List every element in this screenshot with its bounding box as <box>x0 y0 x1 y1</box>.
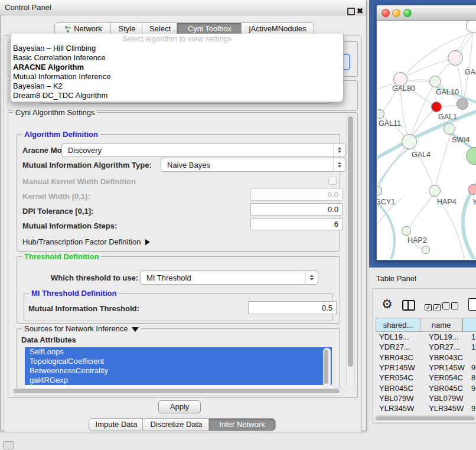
algorithm-option[interactable]: Basic Correlation Inference <box>11 53 343 63</box>
hub-definition-label: Hub/Transcription Factor Definition <box>22 237 141 246</box>
sources-title-label: Sources for Network Inference <box>24 324 128 333</box>
which-threshold-combo[interactable]: MI Threshold <box>140 270 318 285</box>
algorithm-option[interactable]: Dream8 DC_TDC Algorithm <box>11 91 343 100</box>
algorithm-option[interactable]: Bayesian – Hill Climbing <box>11 44 343 53</box>
node-label: GAL80 <box>392 84 415 93</box>
algorithm-dropdown: Select algorithm to view settings Bayesi… <box>10 34 344 102</box>
export-table-icon[interactable] <box>468 298 476 311</box>
attributes-scrollbar[interactable] <box>323 348 331 389</box>
network-node[interactable] <box>457 98 468 110</box>
manual-kernel-checkbox[interactable] <box>328 177 337 185</box>
table-horizontal-scrollbar[interactable] <box>374 415 476 423</box>
table-cell: YER054C <box>424 373 468 382</box>
algorithm-dropdown-prompt: Select algorithm to view settings <box>11 34 343 44</box>
node-label: Y <box>472 198 476 206</box>
algorithm-popup-list: Bayesian – Hill ClimbingBasic Correlatio… <box>11 44 343 100</box>
dpi-tolerance-label: DPI Tolerance [0,1]: <box>22 207 93 216</box>
close-icon[interactable]: ✖ <box>357 4 363 18</box>
network-node[interactable] <box>402 134 417 149</box>
network-window-titlebar[interactable] <box>377 5 476 21</box>
table-row[interactable]: YLR345WYLR345W9. <box>376 403 476 413</box>
attribute-item[interactable]: gal4RGexp <box>25 376 332 385</box>
node-label: HAP2 <box>407 236 427 244</box>
table-row[interactable]: YDL19...YDL19...13 <box>376 332 476 342</box>
attribute-item[interactable]: TopologicalCoefficient <box>25 357 332 366</box>
gear-icon[interactable]: ⚙ <box>382 298 393 311</box>
tab-select-label: Select <box>149 24 171 33</box>
mi-threshold-label: Mutual Information Threshold: <box>28 304 139 313</box>
node-label: HAP4 <box>437 198 457 206</box>
network-node[interactable] <box>429 185 441 197</box>
table-cell: YDL19... <box>424 332 468 341</box>
tab-discretize-data[interactable]: Discretize Data <box>142 418 210 431</box>
network-node[interactable] <box>468 184 476 195</box>
panel-collapse-button[interactable] <box>3 441 14 449</box>
network-node[interactable] <box>448 50 463 66</box>
mi-steps-label: Mutual Information Steps: <box>22 221 117 230</box>
scrollbar-thumb[interactable] <box>376 416 475 420</box>
tab-infer-network[interactable]: Infer Network <box>208 418 276 431</box>
network-node[interactable] <box>422 246 430 254</box>
table-row[interactable]: YER054CYER054C8. <box>376 373 476 383</box>
mi-threshold-field[interactable]: 0.5 <box>248 301 337 314</box>
network-canvas[interactable]: GALGAL80GAL10GAL1GAL11SWI4GAL4GCY1HAP4YH… <box>377 21 476 259</box>
network-view-window[interactable]: GALGAL80GAL10GAL1GAL11SWI4GAL4GCY1HAP4YH… <box>376 5 476 260</box>
dpi-tolerance-field[interactable]: 0.0 <box>250 203 343 216</box>
table-row[interactable]: YBR043CYBR043C <box>376 353 476 363</box>
table-cell: 9. <box>468 384 476 393</box>
dpi-tolerance-value: 0.0 <box>328 205 338 214</box>
node-table: shared...name YDL19...YDL19...13YDR27...… <box>376 318 476 423</box>
attribute-item[interactable]: SelfLoops <box>25 347 332 357</box>
float-window-icon[interactable] <box>347 8 355 15</box>
hub-definition-toggle[interactable]: Hub/Transcription Factor Definition <box>22 237 150 246</box>
table-cell: YBR043C <box>424 353 468 362</box>
table-panel-title: Table Panel <box>376 274 416 283</box>
tab-style-label: Style <box>119 24 136 33</box>
scrollbar-thumb[interactable] <box>14 389 340 393</box>
network-node[interactable] <box>402 226 411 236</box>
algorithm-option[interactable]: ARACNE Algorithm <box>11 63 343 72</box>
table-cell: YBR045C <box>376 384 424 393</box>
kernel-width-field[interactable]: 0.0 <box>250 188 343 201</box>
table-cell: YBR045C <box>424 384 468 393</box>
aracne-mode-combo[interactable]: Discovery <box>61 143 346 157</box>
mi-type-combo[interactable]: Naive Bayes <box>161 158 346 172</box>
table-row[interactable]: YPR145WYPR145W9. <box>376 363 476 373</box>
scrollbar-thumb[interactable] <box>348 116 353 367</box>
unselect-all-columns-icon[interactable] <box>442 302 460 311</box>
network-node[interactable] <box>444 123 455 135</box>
select-all-columns-icon[interactable]: ✓✓ <box>425 302 442 311</box>
scrollbar-thumb[interactable] <box>324 350 328 384</box>
data-attributes-list[interactable]: SelfLoopsTopologicalCoefficientBetweenne… <box>25 347 332 389</box>
table-row[interactable]: YBR045CYBR045C9. <box>376 383 476 393</box>
network-node[interactable] <box>431 102 442 112</box>
tab-impute-data[interactable]: Impute Data <box>89 418 144 431</box>
combo-arrows-icon <box>305 271 318 284</box>
network-node[interactable] <box>429 76 441 87</box>
control-panel-titlebar[interactable]: Control Panel <box>0 0 366 15</box>
apply-button[interactable]: Apply <box>158 400 201 413</box>
column-layout-icon[interactable] <box>402 300 415 311</box>
node-label: SWI4 <box>452 136 470 144</box>
minimize-traffic-light-icon[interactable] <box>392 9 400 17</box>
attribute-item[interactable]: BetweennessCentrality <box>25 366 332 376</box>
table-cell: YBL079W <box>424 394 468 403</box>
settings-horizontal-scrollbar[interactable] <box>12 388 344 396</box>
node-label: GAL10 <box>436 88 459 96</box>
mi-steps-field[interactable]: 6 <box>250 218 343 230</box>
table-row[interactable]: YDR27...YDR27...12 <box>376 342 476 352</box>
table-row[interactable]: YBL079WYBL079W <box>376 393 476 403</box>
mi-threshold-value: 0.5 <box>322 304 332 312</box>
settings-vertical-scrollbar[interactable] <box>346 115 355 389</box>
sources-title[interactable]: Sources for Network Inference <box>22 324 141 333</box>
close-traffic-light-icon[interactable] <box>382 9 390 17</box>
tab-jactivemnodules-label: jActiveMNodules <box>249 24 307 33</box>
column-header[interactable] <box>462 318 476 332</box>
zoom-traffic-light-icon[interactable] <box>403 9 412 17</box>
column-header[interactable]: name <box>420 318 462 332</box>
mi-type-value: Naive Bayes <box>167 161 210 169</box>
algorithm-option[interactable]: Mutual Information Inference <box>11 72 343 81</box>
which-threshold-label: Which threshold to use: <box>51 273 138 282</box>
column-header[interactable]: shared... <box>376 318 420 332</box>
algorithm-option[interactable]: Bayesian – K2 <box>11 81 343 91</box>
